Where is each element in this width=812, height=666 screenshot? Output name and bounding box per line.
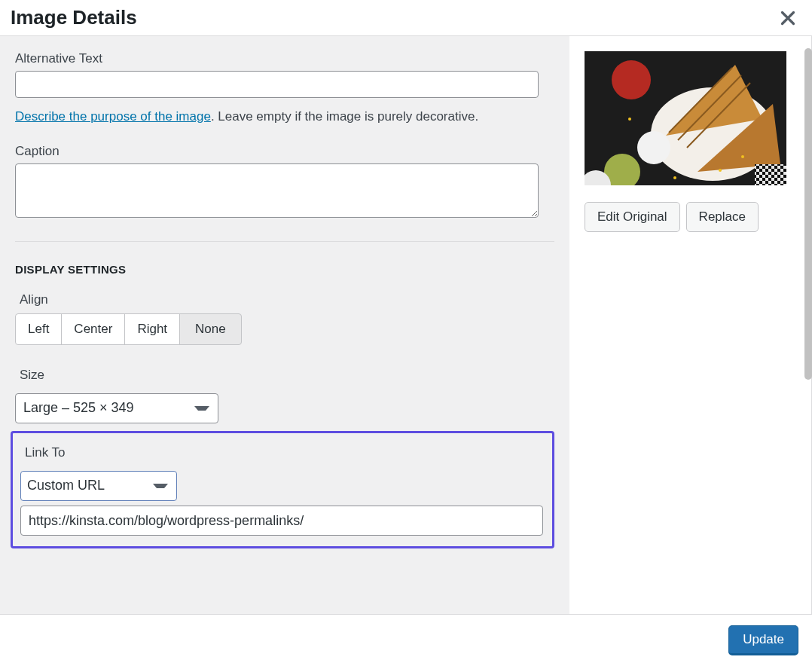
svg-point-17 bbox=[628, 118, 631, 121]
divider bbox=[15, 241, 554, 242]
svg-point-8 bbox=[637, 131, 670, 164]
link-to-block: Link To Custom URL bbox=[11, 431, 554, 548]
alt-help-link[interactable]: Describe the purpose of the image bbox=[15, 109, 211, 124]
alt-text-input[interactable] bbox=[15, 71, 539, 98]
alt-text-label: Alternative Text bbox=[15, 51, 554, 66]
svg-rect-12 bbox=[755, 164, 786, 185]
close-icon[interactable] bbox=[777, 8, 798, 29]
edit-original-button[interactable]: Edit Original bbox=[585, 202, 680, 232]
size-select[interactable]: Large – 525 × 349 bbox=[15, 393, 218, 423]
align-button-group: Left Center Right None bbox=[15, 313, 554, 345]
size-label: Size bbox=[20, 368, 554, 383]
link-url-input[interactable] bbox=[20, 506, 543, 536]
align-label: Align bbox=[20, 292, 554, 307]
preview-panel: Edit Original Replace bbox=[569, 36, 811, 614]
svg-point-15 bbox=[719, 169, 722, 172]
modal-title: Image Details bbox=[11, 6, 137, 29]
alt-help-text: Describe the purpose of the image. Leave… bbox=[15, 109, 554, 124]
modal-footer: Update bbox=[0, 614, 812, 666]
caption-input[interactable] bbox=[15, 163, 539, 218]
link-to-label: Link To bbox=[25, 445, 545, 460]
alt-help-suffix: . Leave empty if the image is purely dec… bbox=[211, 109, 478, 124]
svg-point-7 bbox=[612, 60, 651, 99]
align-center-button[interactable]: Center bbox=[61, 313, 125, 345]
align-none-button[interactable]: None bbox=[179, 313, 242, 345]
update-button[interactable]: Update bbox=[728, 625, 798, 655]
modal-header: Image Details bbox=[0, 0, 812, 36]
caption-label: Caption bbox=[15, 144, 554, 159]
align-right-button[interactable]: Right bbox=[124, 313, 180, 345]
svg-point-16 bbox=[741, 155, 744, 158]
image-preview bbox=[585, 51, 786, 185]
display-settings-heading: DISPLAY SETTINGS bbox=[15, 263, 554, 276]
settings-panel: Alternative Text Describe the purpose of… bbox=[0, 36, 569, 614]
svg-point-18 bbox=[673, 176, 676, 179]
replace-button[interactable]: Replace bbox=[686, 202, 759, 232]
link-to-select[interactable]: Custom URL bbox=[20, 471, 177, 501]
scrollbar[interactable] bbox=[804, 48, 812, 380]
align-left-button[interactable]: Left bbox=[15, 313, 62, 345]
